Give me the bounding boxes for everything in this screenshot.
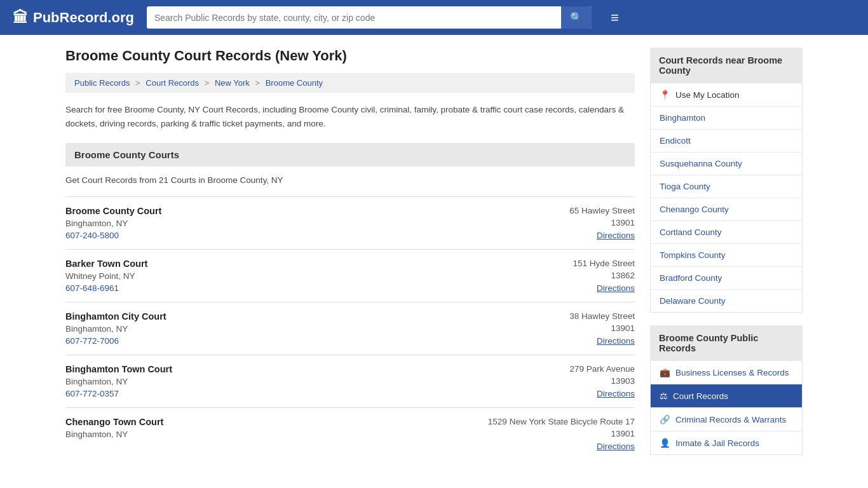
court-info: Broome County Court Binghamton, NY 607-2… xyxy=(65,206,495,240)
logo-icon: 🏛 xyxy=(13,9,28,27)
court-location: Binghamton, NY xyxy=(65,324,495,334)
directions-link[interactable]: Directions xyxy=(597,283,635,293)
court-street: 151 Hyde Street xyxy=(508,259,635,268)
court-name: Binghamton Town Court xyxy=(65,364,495,374)
sidebar-item-nearby[interactable]: Endicott xyxy=(651,130,802,152)
court-address: 65 Hawley Street 13901 Directions xyxy=(508,206,635,240)
breadcrumb-separator-2: > xyxy=(205,78,210,88)
public-records-list: 💼Business Licenses & Records⚖Court Recor… xyxy=(650,361,803,455)
sidebar: Court Records near Broome County 📍 Use M… xyxy=(650,48,803,460)
court-phone[interactable]: 607-772-7006 xyxy=(65,336,495,346)
briefcase-icon: 💼 xyxy=(660,367,670,377)
table-row: Barker Town Court Whitney Point, NY 607-… xyxy=(65,249,635,302)
court-zip: 13901 xyxy=(488,429,635,438)
page-title: Broome County Court Records (New York) xyxy=(65,48,635,64)
sidebar-item-nearby[interactable]: Binghamton xyxy=(651,107,802,130)
record-item-label: Court Records xyxy=(673,391,728,401)
table-row: Broome County Court Binghamton, NY 607-2… xyxy=(65,196,635,249)
breadcrumb-court-records[interactable]: Court Records xyxy=(146,78,199,88)
directions-link[interactable]: Directions xyxy=(597,389,635,398)
site-logo[interactable]: 🏛 PubRecord.org xyxy=(13,9,134,27)
sidebar-item-nearby[interactable]: Tompkins County xyxy=(651,244,802,267)
table-row: Chenango Town Court Binghamton, NY 1529 … xyxy=(65,407,635,460)
court-street: 65 Hawley Street xyxy=(508,206,635,215)
sidebar-item-nearby[interactable]: Bradford County xyxy=(651,267,802,290)
court-location: Binghamton, NY xyxy=(65,430,475,439)
breadcrumb-separator-3: > xyxy=(255,78,260,88)
search-input[interactable] xyxy=(147,8,561,28)
nearby-header: Court Records near Broome County xyxy=(650,48,803,83)
sidebar-item-records[interactable]: ⚖Court Records xyxy=(651,384,802,408)
nearby-list: 📍 Use My Location BinghamtonEndicottSusq… xyxy=(650,83,803,313)
sidebar-item-nearby[interactable]: Delaware County xyxy=(651,290,802,312)
court-address: 279 Park Avenue 13903 Directions xyxy=(508,364,635,398)
key-icon: 🔗 xyxy=(660,414,670,424)
sidebar-item-nearby[interactable]: Chenango County xyxy=(651,198,802,221)
court-name: Binghamton City Court xyxy=(65,311,495,322)
courts-section-header: Broome County Courts xyxy=(65,143,635,166)
court-street: 1529 New York State Bicycle Route 17 xyxy=(488,417,635,426)
table-row: Binghamton Town Court Binghamton, NY 607… xyxy=(65,355,635,407)
search-button[interactable]: 🔍 xyxy=(561,6,592,29)
court-zip: 13901 xyxy=(508,218,635,227)
breadcrumb: Public Records > Court Records > New Yor… xyxy=(65,73,635,93)
record-item-label: Business Licenses & Records xyxy=(675,368,789,377)
directions-link[interactable]: Directions xyxy=(597,336,635,346)
breadcrumb-public-records[interactable]: Public Records xyxy=(74,78,130,88)
gavel-icon: ⚖ xyxy=(660,391,668,401)
court-name: Barker Town Court xyxy=(65,259,495,269)
sidebar-item-records[interactable]: 💼Business Licenses & Records xyxy=(651,361,802,384)
page-description: Search for free Broome County, NY Court … xyxy=(65,103,635,130)
sidebar-item-nearby[interactable]: Cortland County xyxy=(651,221,802,244)
breadcrumb-new-york[interactable]: New York xyxy=(215,78,250,88)
court-location: Whitney Point, NY xyxy=(65,271,495,281)
directions-link[interactable]: Directions xyxy=(597,442,635,451)
breadcrumb-broome-county[interactable]: Broome County xyxy=(266,78,323,88)
use-location-label: Use My Location xyxy=(675,90,740,100)
court-zip: 13862 xyxy=(508,271,635,280)
search-bar: 🔍 xyxy=(147,6,592,29)
courts-list: Broome County Court Binghamton, NY 607-2… xyxy=(65,196,635,460)
court-address: 151 Hyde Street 13862 Directions xyxy=(508,259,635,293)
court-location: Binghamton, NY xyxy=(65,219,495,228)
court-location: Binghamton, NY xyxy=(65,377,495,386)
main-container: Broome County Court Records (New York) P… xyxy=(53,35,815,473)
court-info: Binghamton Town Court Binghamton, NY 607… xyxy=(65,364,495,398)
court-info: Binghamton City Court Binghamton, NY 607… xyxy=(65,311,495,346)
sidebar-item-records[interactable]: 👤Inmate & Jail Records xyxy=(651,431,802,454)
public-records-header: Broome County Public Records xyxy=(650,325,803,361)
courts-count: Get Court Records from 21 Courts in Broo… xyxy=(65,175,635,185)
court-name: Chenango Town Court xyxy=(65,417,475,427)
use-location-item[interactable]: 📍 Use My Location xyxy=(651,83,802,107)
menu-icon[interactable]: ≡ xyxy=(611,10,619,26)
site-header: 🏛 PubRecord.org 🔍 ≡ xyxy=(0,0,868,35)
court-name: Broome County Court xyxy=(65,206,495,216)
court-street: 279 Park Avenue xyxy=(508,364,635,374)
sidebar-item-nearby[interactable]: Susquehanna County xyxy=(651,152,802,175)
sidebar-item-records[interactable]: 🔗Criminal Records & Warrants xyxy=(651,408,802,431)
record-item-label: Criminal Records & Warrants xyxy=(675,415,786,424)
logo-text: PubRecord.org xyxy=(33,10,134,26)
directions-link[interactable]: Directions xyxy=(597,231,635,240)
court-info: Barker Town Court Whitney Point, NY 607-… xyxy=(65,259,495,293)
content-area: Broome County Court Records (New York) P… xyxy=(65,48,635,460)
court-zip: 13903 xyxy=(508,376,635,386)
table-row: Binghamton City Court Binghamton, NY 607… xyxy=(65,302,635,355)
court-phone[interactable]: 607-772-0357 xyxy=(65,389,495,398)
court-address: 1529 New York State Bicycle Route 17 139… xyxy=(488,417,635,451)
location-icon: 📍 xyxy=(660,90,670,100)
court-street: 38 Hawley Street xyxy=(508,311,635,321)
person-icon: 👤 xyxy=(660,438,670,448)
court-phone[interactable]: 607-648-6961 xyxy=(65,283,495,293)
court-zip: 13901 xyxy=(508,323,635,333)
breadcrumb-separator-1: > xyxy=(135,78,140,88)
court-phone[interactable]: 607-240-5800 xyxy=(65,231,495,240)
court-info: Chenango Town Court Binghamton, NY xyxy=(65,417,475,451)
record-item-label: Inmate & Jail Records xyxy=(675,438,759,448)
court-address: 38 Hawley Street 13901 Directions xyxy=(508,311,635,346)
sidebar-item-nearby[interactable]: Tioga County xyxy=(651,175,802,198)
